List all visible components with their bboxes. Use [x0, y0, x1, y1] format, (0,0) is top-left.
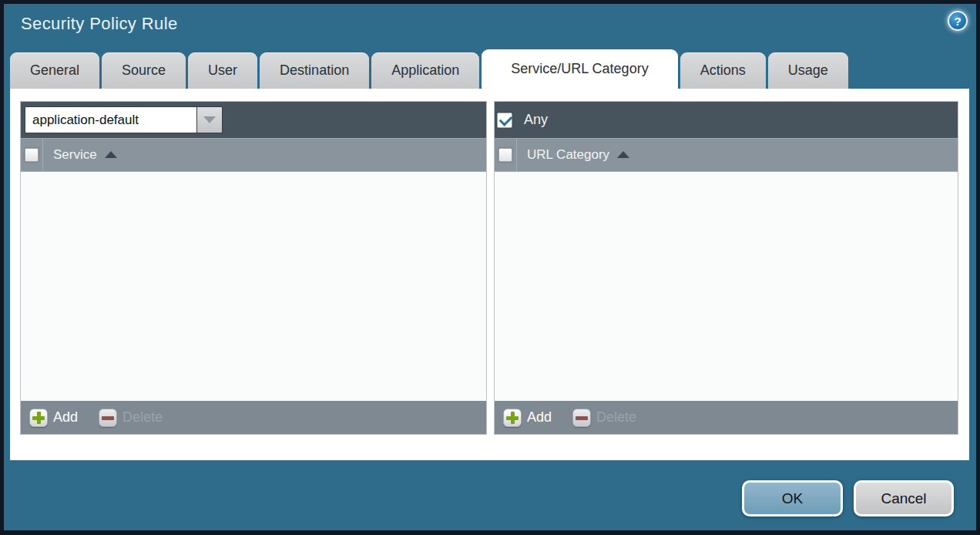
url-category-select-all-cell	[495, 138, 517, 171]
url-category-column-title: URL Category	[527, 147, 609, 163]
any-checkbox[interactable]	[497, 113, 512, 128]
service-add-button[interactable]: Add	[29, 409, 78, 427]
service-panel-toolbar: application-default	[21, 102, 486, 138]
url-category-panel-toolbar: Any	[495, 102, 958, 138]
service-column-header: Service	[21, 138, 486, 172]
url-category-column-header: URL Category	[495, 138, 958, 172]
minus-icon	[572, 409, 591, 427]
service-column-title: Service	[53, 147, 97, 163]
service-list[interactable]	[21, 172, 486, 401]
tab-application[interactable]: Application	[371, 52, 479, 89]
url-category-add-button[interactable]: Add	[503, 409, 552, 427]
service-column-title-cell[interactable]: Service	[43, 138, 117, 171]
sort-ascending-icon	[617, 151, 629, 158]
tab-actions[interactable]: Actions	[680, 52, 766, 89]
screen: Security Policy Rule ? General Source Us…	[0, 0, 980, 535]
cancel-button[interactable]: Cancel	[854, 480, 954, 516]
service-type-dropdown-value[interactable]: application-default	[25, 106, 197, 133]
plus-icon	[503, 409, 522, 427]
service-type-dropdown[interactable]: application-default	[25, 106, 223, 133]
service-type-dropdown-button[interactable]	[197, 106, 223, 133]
url-category-panel-footer: Add Delete	[495, 401, 958, 434]
help-icon[interactable]: ?	[948, 11, 968, 31]
service-select-all-cell	[21, 138, 43, 171]
tab-source[interactable]: Source	[102, 52, 186, 89]
security-policy-rule-dialog: Security Policy Rule ? General Source Us…	[4, 4, 976, 530]
minus-icon	[99, 409, 117, 427]
url-category-select-all-checkbox[interactable]	[498, 148, 512, 162]
any-checkbox-label: Any	[524, 112, 548, 128]
url-category-panel: Any URL Category Add	[494, 101, 958, 435]
add-button-label: Add	[53, 409, 78, 426]
tab-bar: General Source User Destination Applicat…	[10, 50, 851, 89]
service-panel-footer: Add Delete	[21, 401, 486, 434]
url-category-column-title-cell[interactable]: URL Category	[517, 138, 629, 171]
plus-icon	[29, 409, 48, 427]
delete-button-label: Delete	[123, 409, 163, 426]
add-button-label: Add	[527, 409, 552, 426]
tab-usage[interactable]: Usage	[768, 52, 848, 89]
sort-ascending-icon	[105, 151, 117, 158]
delete-button-label: Delete	[596, 409, 636, 426]
tab-destination[interactable]: Destination	[260, 52, 369, 89]
tab-user[interactable]: User	[188, 52, 257, 89]
chevron-down-icon	[203, 116, 216, 123]
dialog-title: Security Policy Rule	[21, 14, 178, 34]
tab-general[interactable]: General	[10, 52, 99, 89]
help-glyph: ?	[954, 15, 961, 28]
tab-content-area: application-default Service	[10, 89, 969, 460]
tab-service-url-category[interactable]: Service/URL Category	[482, 49, 677, 89]
service-delete-button[interactable]: Delete	[99, 409, 163, 427]
service-select-all-checkbox[interactable]	[25, 148, 39, 162]
url-category-list[interactable]	[495, 172, 958, 401]
service-panel: application-default Service	[20, 101, 487, 435]
ok-button[interactable]: OK	[742, 480, 843, 516]
url-category-delete-button[interactable]: Delete	[572, 409, 636, 427]
